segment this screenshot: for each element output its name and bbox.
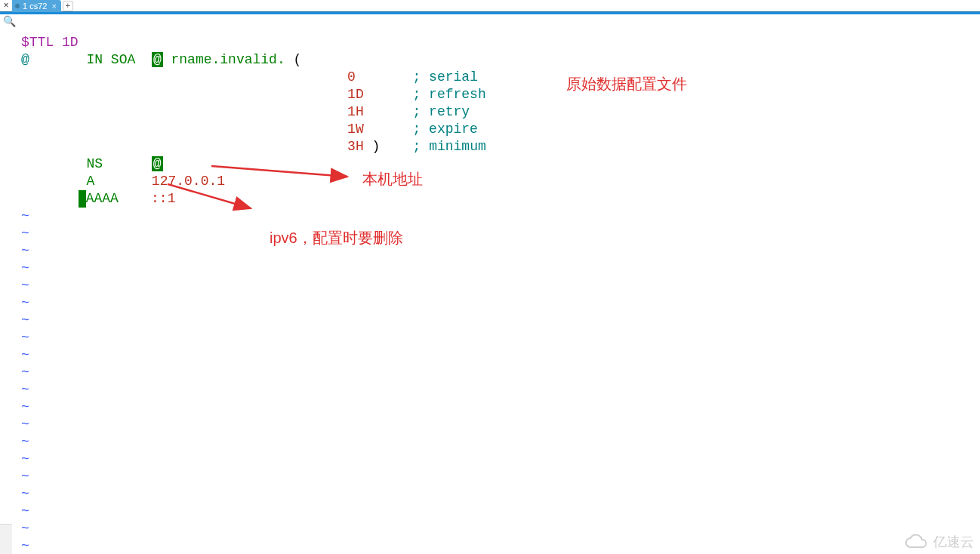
code-a-ip: 127.0.0.1 (152, 174, 225, 189)
tilde-line: ~ (21, 260, 29, 275)
tab-close-icon[interactable]: × (51, 2, 56, 11)
tab-status-dot (15, 4, 20, 8)
code-refresh-val: 1D (347, 87, 364, 102)
tilde-line: ~ (21, 347, 29, 362)
tab-bar: × 1 cs72 × + (0, 0, 980, 12)
tilde-line: ~ (21, 365, 29, 380)
code-origin-at: @ (21, 52, 29, 67)
code-in: IN (86, 52, 103, 67)
code-a: A (86, 174, 94, 189)
code-refresh-comment: ; refresh (413, 87, 486, 102)
tilde-line: ~ (21, 208, 29, 223)
code-min-comment: ; minimum (413, 139, 486, 154)
tilde-line: ~ (21, 434, 29, 449)
code-expire-comment: ; expire (413, 122, 478, 137)
code-ns: NS (86, 156, 103, 171)
watermark-text: 亿速云 (933, 533, 974, 551)
code-retry-comment: ; retry (413, 104, 470, 119)
editor-tab[interactable]: 1 cs72 × (12, 0, 61, 12)
cursor (79, 190, 86, 208)
window-close-button[interactable]: × (0, 0, 12, 12)
tilde-line: ~ (21, 382, 29, 397)
scrollbar-stub[interactable] (0, 524, 12, 554)
code-ns-at-highlight: @ (152, 156, 163, 171)
tilde-line: ~ (21, 243, 29, 258)
tilde-line: ~ (21, 521, 29, 536)
code-aaaa: AAAA (86, 191, 119, 206)
code-min-val: 3H (347, 139, 364, 154)
code-soa: SOA (111, 52, 135, 67)
code-rname: rname.invalid. (171, 52, 285, 67)
tilde-line: ~ (21, 469, 29, 484)
tilde-line: ~ (21, 399, 29, 414)
code-serial-comment: ; serial (413, 69, 478, 85)
code-retry-val: 1H (347, 104, 364, 119)
tilde-line: ~ (21, 451, 29, 466)
code-open-paren: ( (294, 52, 302, 67)
tab-title: 1 cs72 (23, 2, 47, 11)
annotation-ipv6: ipv6，配置时要删除 (270, 228, 403, 248)
tilde-line: ~ (21, 278, 29, 293)
tilde-line: ~ (21, 417, 29, 432)
new-tab-button[interactable]: + (63, 1, 73, 11)
tilde-line: ~ (21, 503, 29, 519)
tilde-line: ~ (21, 538, 29, 553)
watermark: 亿速云 (903, 533, 974, 551)
code-aaaa-ip: ::1 (151, 191, 175, 206)
code-at-highlight: @ (152, 52, 163, 67)
tilde-line: ~ (21, 295, 29, 310)
search-icon[interactable]: 🔍 (3, 15, 14, 26)
annotation-localhost: 本机地址 (362, 169, 423, 189)
tilde-line: ~ (21, 312, 29, 328)
annotation-original-config: 原始数据配置文件 (566, 74, 687, 94)
cloud-icon (903, 534, 930, 550)
code-expire-val: 1W (347, 122, 364, 137)
tilde-line: ~ (21, 486, 29, 501)
tilde-line: ~ (21, 226, 29, 241)
gutter: 🔍 (0, 14, 20, 554)
code-serial-val: 0 (347, 69, 356, 85)
tilde-line: ~ (21, 330, 29, 345)
top-rule (0, 12, 980, 14)
code-editor[interactable]: $TTL 1D @ IN SOA @ rname.invalid. ( 0 ; … (21, 17, 980, 554)
code-ttl: $TTL 1D (21, 35, 79, 50)
code-close-paren: ) (372, 139, 381, 154)
